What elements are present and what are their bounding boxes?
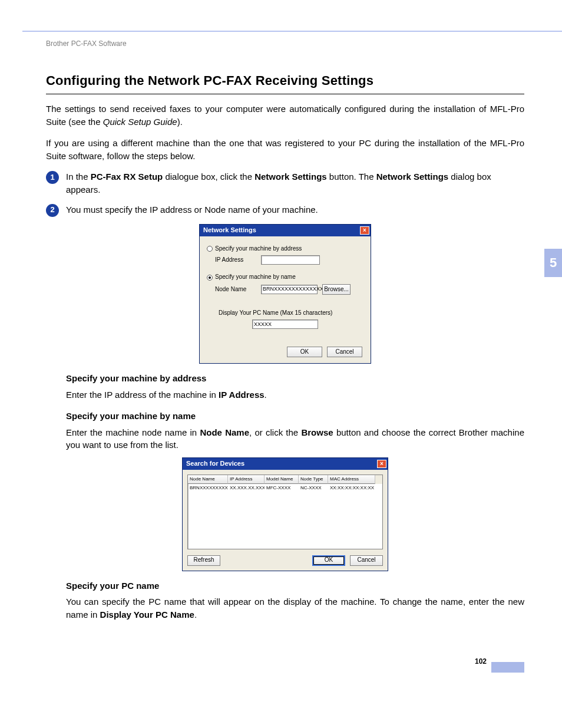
text: In the: [66, 172, 91, 182]
text: dialogue box, click the: [163, 172, 254, 182]
col-node-type[interactable]: Node Type: [299, 475, 328, 484]
text-bold: Network Settings: [254, 172, 327, 182]
intro-paragraph-1: The settings to send received faxes to y…: [46, 103, 524, 129]
pc-name-input[interactable]: XXXXX: [252, 319, 318, 329]
subhead-pc-name: Specify your PC name: [66, 579, 524, 592]
step-2: 2 You must specify the IP address or Nod…: [46, 203, 524, 217]
table-header: Node Name IP Address Model Name Node Typ…: [188, 475, 382, 484]
col-mac-address[interactable]: MAC Address: [328, 475, 375, 484]
dialog-titlebar: Network Settings ×: [200, 225, 371, 236]
ok-button[interactable]: OK: [287, 347, 322, 357]
text-bold: Node Name: [200, 427, 249, 437]
footer-accent: [491, 662, 524, 673]
text-emphasis: Quick Setup Guide: [103, 117, 177, 127]
cell: XX:XX:XX:XX:XX:XX: [328, 485, 375, 492]
radio-icon: [207, 275, 213, 281]
title-rule: [46, 94, 524, 94]
text: .: [194, 610, 197, 620]
text-bold: IP Address: [219, 390, 265, 400]
cell: MFC-XXXX: [265, 485, 299, 492]
radio-label: Specify your machine by name: [215, 273, 296, 282]
col-node-name[interactable]: Node Name: [188, 475, 228, 484]
step-1: 1 In the PC-Fax RX Setup dialogue box, c…: [46, 170, 524, 196]
table-row[interactable]: BRNXXXXXXXXXX XX.XXX.XX.XXX MFC-XXXX NC-…: [188, 484, 382, 492]
radio-by-address[interactable]: Specify your machine by address: [207, 245, 363, 253]
running-header: Brother PC-FAX Software: [46, 39, 524, 49]
chapter-tab: 5: [544, 249, 562, 277]
text: Enter the machine node name in: [66, 427, 200, 437]
subbody-pc-name: You can specify the PC name that will ap…: [66, 595, 524, 621]
dialog-title: Network Settings: [203, 226, 360, 235]
subhead-by-address: Specify your machine by address: [66, 372, 524, 385]
col-model-name[interactable]: Model Name: [265, 475, 299, 484]
cancel-button[interactable]: Cancel: [350, 555, 383, 566]
step-bullet: 1: [46, 171, 59, 184]
text: ).: [177, 117, 183, 127]
text: Enter the IP address of the machine in: [66, 390, 219, 400]
pc-name-caption: Display Your PC Name (Max 15 characters): [219, 309, 363, 318]
refresh-button[interactable]: Refresh: [187, 555, 220, 566]
intro-paragraph-2: If you are using a different machine tha…: [46, 137, 524, 163]
radio-by-name[interactable]: Specify your machine by name: [207, 273, 363, 282]
text-bold: Browse: [301, 427, 333, 437]
cell: XX.XXX.XX.XXX: [228, 485, 265, 492]
text: .: [265, 390, 267, 400]
radio-icon: [207, 246, 213, 252]
step-bullet: 2: [46, 204, 59, 217]
text-bold: Network Settings: [376, 172, 449, 182]
cell: NC-XXXX: [299, 485, 328, 492]
cancel-button[interactable]: Cancel: [327, 347, 362, 357]
text-bold: Display Your PC Name: [100, 610, 194, 620]
page-footer: 102: [46, 657, 487, 667]
network-settings-dialog: Network Settings × Specify your machine …: [199, 224, 371, 364]
subhead-by-name: Specify your machine by name: [66, 410, 524, 423]
ok-button[interactable]: OK: [312, 555, 345, 566]
node-name-label: Node Name: [215, 285, 256, 294]
dialog-titlebar: Search for Devices ×: [183, 458, 388, 470]
subbody-by-name: Enter the machine node name in Node Name…: [66, 426, 524, 452]
close-icon[interactable]: ×: [360, 226, 369, 235]
search-devices-dialog: Search for Devices × Node Name IP Addres…: [182, 457, 388, 571]
ip-address-label: IP Address: [215, 256, 256, 265]
subbody-by-address: Enter the IP address of the machine in I…: [66, 388, 524, 401]
text: button. The: [327, 172, 376, 182]
ip-address-input[interactable]: [261, 255, 320, 265]
radio-label: Specify your machine by address: [215, 245, 302, 253]
text-bold: PC-Fax RX Setup: [91, 172, 163, 182]
page-title: Configuring the Network PC-FAX Receiving…: [46, 71, 524, 90]
col-ip-address[interactable]: IP Address: [228, 475, 265, 484]
text: , or click the: [249, 427, 301, 437]
device-table[interactable]: Node Name IP Address Model Name Node Typ…: [187, 475, 383, 549]
close-icon[interactable]: ×: [377, 460, 386, 468]
page-number: 102: [475, 657, 487, 666]
step-text: You must specify the IP address or Node …: [66, 203, 524, 216]
dialog-title: Search for Devices: [186, 459, 377, 469]
cell: BRNXXXXXXXXXX: [188, 485, 228, 492]
browse-button[interactable]: Browse...: [322, 284, 351, 295]
step-text: In the PC-Fax RX Setup dialogue box, cli…: [66, 170, 524, 196]
node-name-input[interactable]: BRNXXXXXXXXXXXXXX: [261, 285, 318, 294]
